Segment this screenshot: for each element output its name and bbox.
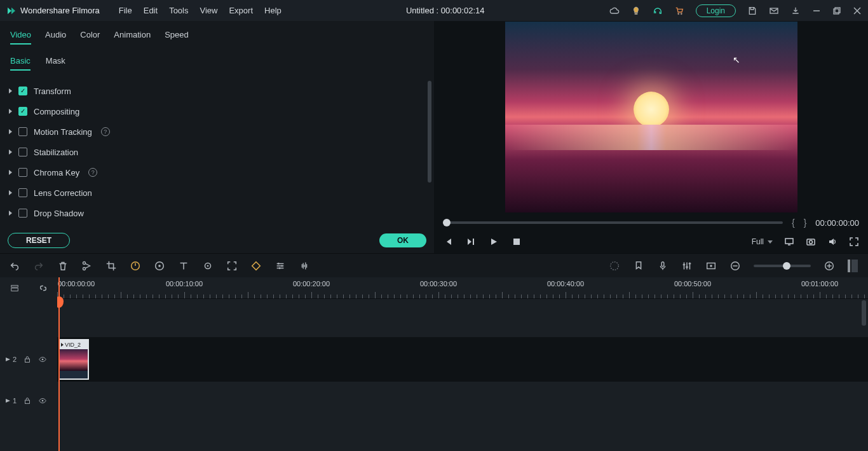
diamond-icon[interactable] [250,260,262,272]
sliders-icon[interactable] [275,260,286,272]
chevron-right-icon[interactable] [9,109,12,114]
play-pause-icon[interactable] [466,237,476,247]
fullscreen-icon[interactable] [849,237,859,247]
menu-edit[interactable]: Edit [144,6,158,15]
chevron-right-icon[interactable] [9,170,12,175]
eye-icon[interactable] [38,396,47,405]
headphones-icon[interactable] [653,6,663,16]
lightbulb-icon[interactable] [631,6,641,16]
property-row-lens-correction: Lens Correction [6,183,430,203]
property-tabs: Video Audio Color Animation Speed [0,21,434,51]
play-icon[interactable] [489,237,499,247]
minimize-button[interactable] [812,6,821,15]
mail-icon[interactable] [769,6,779,16]
record-icon[interactable] [705,260,717,272]
keyframe-icon[interactable] [202,260,214,272]
video-track-1[interactable] [57,382,868,420]
step-back-icon[interactable] [443,237,453,247]
spare-track[interactable] [57,299,868,337]
voiceover-icon[interactable] [657,260,668,272]
undo-icon[interactable] [9,260,20,272]
stop-icon[interactable] [512,237,522,247]
volume-icon[interactable] [827,237,837,247]
zoom-slider[interactable] [754,265,811,267]
panel-ratio-toggle[interactable] [848,260,859,272]
color-icon[interactable] [154,260,165,272]
split-icon[interactable] [81,260,93,272]
speed-icon[interactable] [130,260,141,272]
login-button[interactable]: Login [696,4,736,17]
menu-file[interactable]: File [119,6,132,15]
audio-wave-icon[interactable] [299,260,310,272]
mark-out-button[interactable]: } [804,218,807,228]
playhead[interactable] [58,277,60,451]
maximize-button[interactable] [832,6,841,15]
menu-view[interactable]: View [200,6,217,15]
zoom-in-icon[interactable] [824,260,835,272]
property-checkbox[interactable] [18,148,27,156]
tab-animation[interactable]: Animation [114,30,151,45]
zoom-out-icon[interactable] [729,260,741,272]
menu-export[interactable]: Export [229,6,253,15]
ok-button[interactable]: OK [379,233,426,247]
download-icon[interactable] [790,6,801,16]
lock-icon[interactable] [23,355,32,364]
track-2-label: 2 [5,356,17,363]
tab-speed[interactable]: Speed [165,30,189,45]
close-button[interactable] [853,6,862,15]
svg-rect-6 [835,8,840,13]
chevron-right-icon[interactable] [9,129,12,134]
timeline-ruler[interactable]: 00:00:00:0000:00:10:0000:00:20:0000:00:3… [57,277,868,299]
cloud-icon[interactable] [609,6,620,16]
display-icon[interactable] [784,237,794,247]
crop-icon[interactable] [105,260,117,272]
help-icon[interactable]: ? [101,127,110,136]
lock-icon[interactable] [23,396,32,405]
link-icon[interactable] [39,284,48,293]
panel-footer: RESET OK [0,228,434,253]
clip[interactable]: VID_2 [58,339,89,380]
property-checkbox[interactable] [18,209,27,218]
ruler-label: 00:00:20:00 [293,280,330,288]
property-checkbox[interactable] [18,127,27,136]
property-checkbox[interactable] [18,188,27,197]
menu-tools[interactable]: Tools [169,6,188,15]
svg-rect-38 [25,359,30,362]
tab-audio[interactable]: Audio [45,30,66,45]
snapshot-icon[interactable] [806,237,816,247]
mixer-icon[interactable] [681,260,693,272]
preview-quality-select[interactable]: Full [752,237,773,246]
help-icon[interactable]: ? [88,168,97,177]
text-icon[interactable] [178,260,189,272]
eye-icon[interactable] [38,355,47,364]
menu-help[interactable]: Help [264,6,281,15]
subtab-basic[interactable]: Basic [10,56,31,71]
timeline-v-scrollbar[interactable] [862,300,866,326]
property-checkbox[interactable] [18,87,27,95]
chevron-right-icon[interactable] [9,88,12,94]
chevron-right-icon[interactable] [9,211,12,216]
save-icon[interactable] [747,6,757,16]
delete-icon[interactable] [57,260,69,272]
reset-button[interactable]: RESET [8,233,70,248]
mark-in-button[interactable]: { [792,218,795,228]
chevron-right-icon[interactable] [9,149,12,155]
tab-color[interactable]: Color [80,30,100,45]
property-checkbox[interactable] [18,107,27,116]
render-icon[interactable] [609,260,620,272]
timeline-tracks[interactable]: 00:00:00:0000:00:10:0000:00:20:0000:00:3… [57,277,868,451]
fit-icon[interactable] [226,260,238,272]
property-checkbox[interactable] [18,168,27,177]
marker-icon[interactable] [633,260,644,272]
track-manager-icon[interactable] [10,284,19,293]
redo-icon[interactable] [33,260,44,272]
cart-icon[interactable] [674,6,684,16]
properties-scrollbar[interactable] [428,81,431,225]
properties-list: TransformCompositingMotion Tracking?Stab… [0,78,434,228]
subtab-mask[interactable]: Mask [46,56,65,71]
seek-slider[interactable] [443,221,783,224]
video-track-2[interactable]: VID_2 [57,337,868,382]
svg-rect-26 [683,264,686,265]
chevron-right-icon[interactable] [9,190,12,195]
tab-video[interactable]: Video [10,30,31,45]
